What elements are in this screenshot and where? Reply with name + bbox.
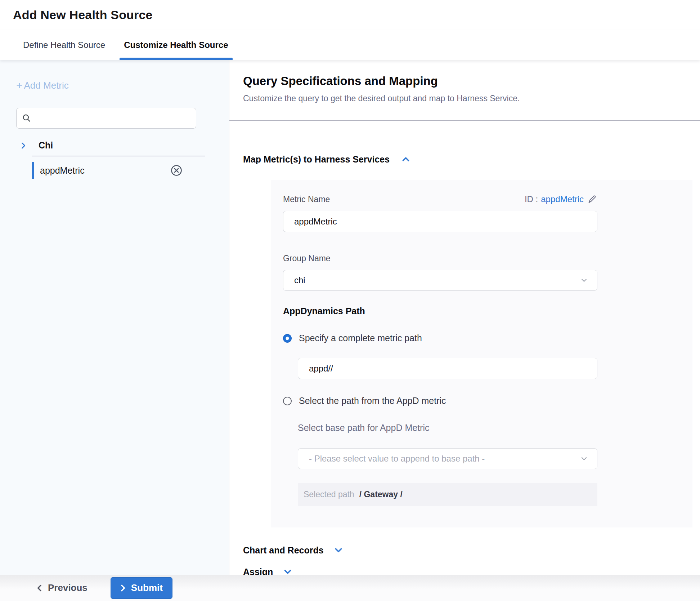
chevron-down-icon: [580, 276, 588, 285]
radio-select-path-label: Select the path from the AppD metric: [299, 396, 446, 406]
selected-path-row: Selected path / Gateway /: [298, 483, 597, 506]
map-metrics-section-title: Map Metric(s) to Harness Services: [243, 154, 390, 165]
metrics-sidebar: + Add Metric Chi appdMetric: [0, 60, 229, 575]
metric-name-input[interactable]: [283, 211, 597, 232]
selected-path-label: Selected path: [304, 490, 354, 499]
search-icon: [22, 113, 31, 123]
submit-button[interactable]: Submit: [111, 577, 172, 599]
assign-toggle[interactable]: Assign: [243, 566, 700, 575]
metric-name-label: Metric Name: [283, 195, 330, 204]
query-spec-panel: Query Specifications and Mapping Customi…: [229, 60, 700, 575]
tab-bar: Define Health Source Customize Health So…: [0, 30, 700, 60]
group-name-label: Group Name: [283, 254, 331, 263]
chevron-down-icon: [580, 454, 588, 463]
dialog-header: Add New Health Source: [0, 0, 700, 30]
assign-title: Assign: [243, 567, 273, 575]
id-value-link[interactable]: appdMetric: [541, 194, 584, 204]
metric-item-label: appdMetric: [40, 165, 170, 176]
selected-indicator-bar: [32, 162, 34, 179]
map-metric-form: Metric Name ID : appdMetric Group Name: [271, 180, 692, 527]
id-label: ID :: [525, 194, 538, 204]
page-title: Add New Health Source: [13, 8, 153, 22]
chevron-down-icon: [333, 545, 344, 556]
selected-path-value: / Gateway /: [359, 490, 403, 499]
complete-metric-path-input[interactable]: [298, 358, 597, 379]
group-name-value: chi: [294, 275, 580, 285]
base-path-label: Select base path for AppD Metric: [298, 423, 597, 433]
map-metrics-section-toggle[interactable]: Map Metric(s) to Harness Services: [243, 154, 700, 165]
tab-customize-health-source[interactable]: Customize Health Source: [120, 30, 232, 60]
content-area: + Add Metric Chi appdMetric: [0, 60, 700, 575]
metric-search-input[interactable]: [31, 108, 196, 128]
chevron-right-icon: [118, 583, 127, 593]
metric-group-label: Chi: [39, 140, 53, 151]
chevron-up-icon: [400, 154, 411, 165]
appdynamics-path-heading: AppDynamics Path: [283, 306, 597, 316]
wizard-footer: Previous Submit: [0, 575, 700, 601]
tab-label: Customize Health Source: [124, 40, 228, 50]
section-divider: [229, 120, 700, 121]
group-divider: [32, 156, 205, 156]
metric-id-group: ID : appdMetric: [525, 194, 597, 204]
radio-selected-icon: [283, 334, 292, 343]
previous-button[interactable]: Previous: [35, 582, 88, 593]
base-path-select[interactable]: - Please select value to append to base …: [298, 448, 597, 469]
base-path-placeholder: - Please select value to append to base …: [309, 454, 580, 464]
radio-unselected-icon: [283, 397, 292, 405]
add-metric-button[interactable]: + Add Metric: [16, 80, 229, 91]
edit-pencil-icon[interactable]: [587, 194, 597, 204]
add-metric-label: Add Metric: [24, 80, 69, 91]
metric-list-item[interactable]: appdMetric: [32, 161, 205, 179]
chart-and-records-title: Chart and Records: [243, 545, 324, 556]
chevron-down-icon: [282, 566, 293, 575]
chevron-right-icon: [18, 141, 28, 151]
previous-label: Previous: [48, 582, 88, 593]
metric-group-row[interactable]: Chi: [16, 140, 229, 151]
chart-and-records-toggle[interactable]: Chart and Records: [243, 545, 700, 556]
group-name-select[interactable]: chi: [283, 270, 597, 291]
radio-complete-metric-path[interactable]: Specify a complete metric path: [283, 333, 597, 343]
delete-metric-icon[interactable]: [170, 164, 183, 177]
section-title: Query Specifications and Mapping: [243, 74, 700, 88]
submit-label: Submit: [131, 582, 163, 593]
section-subtitle: Customize the query to get the desired o…: [243, 94, 700, 103]
radio-select-appd-path[interactable]: Select the path from the AppD metric: [283, 396, 597, 406]
tab-label: Define Health Source: [23, 40, 105, 50]
tab-define-health-source[interactable]: Define Health Source: [19, 30, 109, 60]
chevron-left-icon: [35, 583, 44, 593]
metric-search-box: [16, 108, 196, 129]
radio-complete-path-label: Specify a complete metric path: [299, 333, 422, 343]
plus-icon: +: [16, 80, 23, 91]
